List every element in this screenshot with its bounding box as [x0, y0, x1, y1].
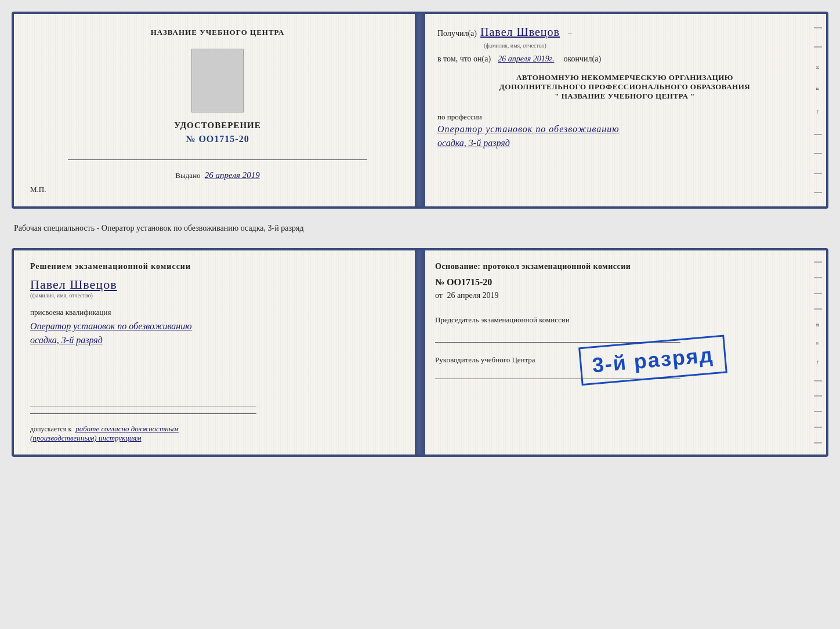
bottom-person-name: Павел Швецов — [30, 277, 407, 292]
bottom-edge-dash-3 — [814, 293, 822, 294]
allowed-label: допускается к работе согласно должностны… — [30, 424, 407, 443]
top-card-left: НАЗВАНИЕ УЧЕБНОГО ЦЕНТРА УДОСТОВЕРЕНИЕ №… — [14, 14, 421, 206]
bottom-edge-dash-8 — [814, 427, 822, 428]
issued-row: Выдано 26 апреля 2019 — [175, 170, 259, 180]
name-block: Павел Швецов (фамилия, имя, отчество) — [30, 277, 407, 299]
separator-label: Рабочая специальность - Оператор установ… — [14, 219, 826, 238]
profession-prefix: по профессии — [437, 112, 812, 122]
finished-label: окончил(а) — [563, 54, 601, 64]
spine-divider — [415, 14, 425, 206]
chairman-label: Председатель экзаменационной комиссии — [435, 315, 812, 325]
completion-date: 26 апреля 2019г. — [498, 54, 554, 64]
edge-text-i: и — [815, 66, 821, 70]
page-wrapper: НАЗВАНИЕ УЧЕБНОГО ЦЕНТРА УДОСТОВЕРЕНИЕ №… — [12, 12, 828, 457]
top-left-title: НАЗВАНИЕ УЧЕБНОГО ЦЕНТРА — [151, 28, 285, 37]
assigned-label: присвоена квалификация — [30, 308, 407, 317]
protocol-number: № OO1715-20 — [435, 277, 812, 288]
cert-title: УДОСТОВЕРЕНИЕ — [174, 121, 261, 130]
allowed-prefix: допускается к — [30, 425, 71, 433]
edge-dash-4 — [814, 153, 822, 154]
edge-dash-1 — [814, 27, 822, 28]
received-prefix: Получил(а) — [437, 29, 477, 38]
fio-label-top: (фамилия, имя, отчество) — [484, 42, 812, 49]
signature-lines-bottom — [30, 393, 407, 415]
date-value-bottom: 26 апреля 2019 — [447, 291, 498, 300]
bottom-right-edge-decoration: и а ← — [810, 250, 826, 455]
line-separator-1 — [68, 159, 368, 160]
dash-symbol: – — [568, 29, 572, 38]
received-row: Получил(а) Павел Швецов – — [437, 26, 812, 39]
bottom-edge-text-a: а — [815, 342, 821, 345]
sig-line-2 — [30, 413, 256, 414]
sig-line-1 — [30, 406, 256, 406]
qualification-line1: Оператор установок по обезвоживанию — [30, 319, 407, 333]
bottom-card-left: Решением экзаменационной комиссии Павел … — [14, 250, 421, 455]
bottom-edge-text-i: и — [815, 323, 821, 327]
date-prefix-bottom: от — [435, 291, 443, 300]
top-document-card: НАЗВАНИЕ УЧЕБНОГО ЦЕНТРА УДОСТОВЕРЕНИЕ №… — [12, 12, 828, 209]
in-that-prefix: в том, что он(а) — [437, 54, 491, 64]
bottom-edge-dash-5 — [814, 380, 822, 381]
bottom-edge-dash-4 — [814, 308, 822, 310]
right-edge-decoration: и а ← — [810, 14, 826, 206]
stamp-text: 3-й разряд — [591, 343, 715, 377]
issued-label: Выдано — [175, 171, 200, 180]
bottom-edge-dash-6 — [814, 395, 822, 397]
bottom-edge-dash-9 — [814, 442, 822, 443]
allowed-value1: работе согласно должностным — [75, 424, 179, 433]
qualification-line2: осадка, 3-й разряд — [30, 333, 407, 347]
issued-date: 26 апреля 2019 — [205, 170, 260, 180]
bottom-edge-dash-2 — [814, 277, 822, 278]
bottom-card-right: Основание: протокол экзаменационной коми… — [421, 250, 826, 455]
top-card-right: Получил(а) Павел Швецов – (фамилия, имя,… — [421, 14, 826, 206]
inst-line1: АВТОНОМНУЮ НЕКОММЕРЧЕСКУЮ ОРГАНИЗАЦИЮ — [437, 73, 812, 82]
in-that-row: в том, что он(а) 26 апреля 2019г. окончи… — [437, 54, 812, 64]
edge-text-a: а — [815, 88, 821, 90]
bottom-document-card: Решением экзаменационной комиссии Павел … — [12, 248, 828, 457]
recipient-name: Павел Швецов — [480, 26, 560, 39]
photo-placeholder — [191, 49, 244, 112]
inst-line3: " НАЗВАНИЕ УЧЕБНОГО ЦЕНТРА " — [437, 92, 812, 101]
edge-dash-6 — [814, 192, 822, 193]
decision-title: Решением экзаменационной комиссии — [30, 262, 407, 271]
bottom-edge-text-arrow: ← — [815, 359, 821, 366]
bottom-spine-divider — [415, 250, 425, 455]
allowed-value2: (производственным) инструкциям — [30, 434, 142, 442]
bottom-edge-dash-1 — [814, 261, 822, 263]
institution-block: АВТОНОМНУЮ НЕКОММЕРЧЕСКУЮ ОРГАНИЗАЦИЮ ДО… — [437, 73, 812, 101]
profession-value2: осадка, 3-й разряд — [437, 138, 812, 148]
edge-dash-3 — [814, 134, 822, 135]
cert-number: № OO1715-20 — [186, 134, 249, 144]
edge-text-arrow: ← — [815, 109, 821, 115]
basis-label: Основание: протокол экзаменационной коми… — [435, 262, 812, 271]
inst-line2: ДОПОЛНИТЕЛЬНОГО ПРОФЕССИОНАЛЬНОГО ОБРАЗО… — [437, 82, 812, 92]
date-row-bottom: от 26 апреля 2019 — [435, 291, 812, 300]
bottom-edge-dash-7 — [814, 411, 822, 412]
edge-dash-2 — [814, 46, 822, 48]
edge-dash-5 — [814, 173, 822, 174]
mp-label: М.П. — [30, 185, 46, 194]
bottom-fio-label: (фамилия, имя, отчество) — [30, 292, 407, 299]
profession-value1: Оператор установок по обезвоживанию — [437, 124, 812, 134]
